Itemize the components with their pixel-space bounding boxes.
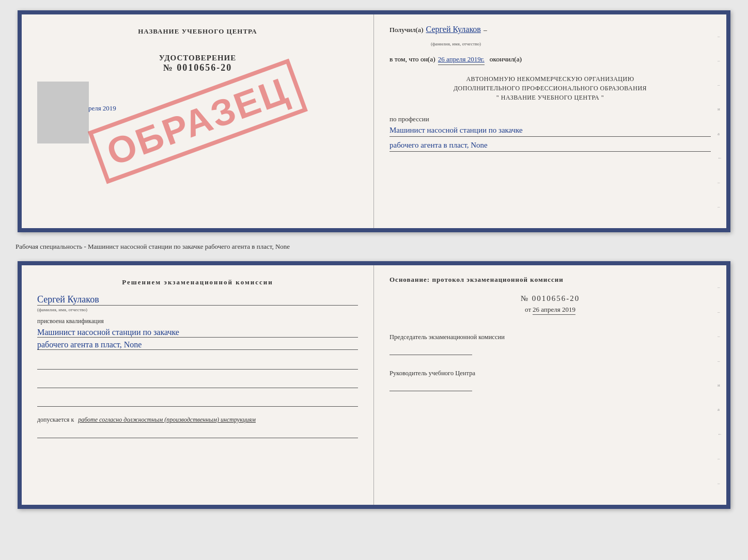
rukovoditel-label: Руководитель учебного Центра bbox=[389, 368, 711, 378]
dopusk-block: допускается к работе согласно должностны… bbox=[37, 416, 256, 424]
top-doc-right: Получил(а) Сергей Кулаков – (фамилия, им… bbox=[374, 14, 726, 228]
person-name-top: Сергей Кулаков bbox=[426, 25, 481, 34]
rukovoditel-sig-line bbox=[389, 381, 472, 391]
bottom-person-block: Сергей Кулаков (фамилия, имя, отчество) bbox=[37, 294, 358, 312]
qual-line1-block: Машинист насосной станции по закачке bbox=[37, 328, 358, 338]
org-line1: АВТОНОМНУЮ НЕКОММЕРЧЕСКУЮ ОРГАНИЗАЦИЮ bbox=[389, 74, 711, 84]
bottom-date: от26 апреля 2019 bbox=[389, 306, 711, 314]
org-name: " НАЗВАНИЕ УЧЕБНОГО ЦЕНТРА " bbox=[389, 93, 711, 102]
bottom-doc-right: Основание: протокол экзаменационной коми… bbox=[374, 265, 726, 505]
blank-line-1 bbox=[37, 359, 358, 370]
profession-line1: Машинист насосной станции по закачке bbox=[389, 126, 711, 137]
top-document: НАЗВАНИЕ УЧЕБНОГО ЦЕНТРА УДОСТОВЕРЕНИЕ №… bbox=[18, 10, 730, 232]
poluchil-label: Получил(а) bbox=[389, 26, 424, 34]
name-hint-top: (фамилия, имя, отчество) bbox=[431, 38, 711, 47]
vtom-label: в том, что он(а) bbox=[389, 55, 435, 63]
cert-number: № 0010656-20 bbox=[159, 62, 237, 73]
osnovanie-title: Основание: протокол экзаменационной коми… bbox=[389, 276, 711, 284]
profession-label: по профессии bbox=[389, 115, 711, 123]
dash1: – bbox=[484, 26, 487, 34]
vtom-date: 26 апреля 2019г. bbox=[438, 55, 485, 65]
vtom-line: в том, что он(а) 26 апреля 2019г. окончи… bbox=[389, 55, 711, 65]
bottom-left-title: Решением экзаменационной комиссии bbox=[37, 278, 358, 286]
prisvoena-label: присвоена квалификация bbox=[37, 317, 104, 325]
predsedatel-label: Председатель экзаменационной комиссии bbox=[389, 332, 711, 342]
bottom-name-hint: (фамилия, имя, отчество) bbox=[37, 307, 358, 312]
predsedatel-block: Председатель экзаменационной комиссии bbox=[389, 332, 711, 358]
separator-text: Рабочая специальность - Машинист насосно… bbox=[10, 240, 738, 253]
profession-block: по профессии Машинист насосной станции п… bbox=[389, 110, 711, 152]
side-marks-bottom: – – – – и а ← – – bbox=[718, 265, 725, 505]
photo-placeholder bbox=[37, 82, 89, 143]
qual-line2-block: рабочего агента в пласт, None bbox=[37, 340, 358, 350]
cert-training-center-title: НАЗВАНИЕ УЧЕБНОГО ЦЕНТРА bbox=[138, 27, 257, 36]
blank-line-3 bbox=[37, 396, 358, 407]
bottom-person-name: Сергей Кулаков bbox=[37, 294, 358, 306]
dopusk-label: допускается к bbox=[37, 416, 74, 423]
ot-label: от bbox=[525, 306, 531, 313]
separator-content: Рабочая специальность - Машинист насосно… bbox=[15, 243, 290, 250]
top-doc-left: НАЗВАНИЕ УЧЕБНОГО ЦЕНТРА УДОСТОВЕРЕНИЕ №… bbox=[22, 14, 374, 228]
cert-udostoverenie-label: УДОСТОВЕРЕНИЕ bbox=[159, 54, 237, 62]
org-line2: ДОПОЛНИТЕЛЬНОГО ПРОФЕССИОНАЛЬНОГО ОБРАЗО… bbox=[389, 84, 711, 93]
blank-line-4 bbox=[37, 428, 358, 438]
blank-line-2 bbox=[37, 378, 358, 388]
qual-line1: Машинист насосной станции по закачке bbox=[37, 328, 358, 338]
poluchil-line: Получил(а) Сергей Кулаков – bbox=[389, 25, 711, 34]
cert-number-block: УДОСТОВЕРЕНИЕ № 0010656-20 bbox=[159, 54, 237, 73]
bottom-doc-left: Решением экзаменационной комиссии Сергей… bbox=[22, 265, 374, 505]
bottom-number: № 0010656-20 bbox=[389, 294, 711, 303]
side-marks-top: – – – и а ← – – bbox=[718, 14, 725, 228]
profession-line2: рабочего агента в пласт, None bbox=[389, 141, 711, 152]
okoncil-label: окончил(а) bbox=[490, 55, 522, 63]
org-block: АВТОНОМНУЮ НЕКОММЕРЧЕСКУЮ ОРГАНИЗАЦИЮ ДО… bbox=[389, 74, 711, 102]
predsedatel-sig-line bbox=[389, 345, 472, 355]
qual-line2: рабочего агента в пласт, None bbox=[37, 340, 358, 350]
rukovoditel-block: Руководитель учебного Центра bbox=[389, 368, 711, 394]
bottom-document: Решением экзаменационной комиссии Сергей… bbox=[18, 261, 730, 509]
ot-date: 26 апреля 2019 bbox=[533, 306, 575, 315]
dopusk-text: работе согласно должностным (производств… bbox=[78, 416, 256, 423]
obrazec-watermark: ОБРАЗЕЦ bbox=[87, 58, 307, 184]
